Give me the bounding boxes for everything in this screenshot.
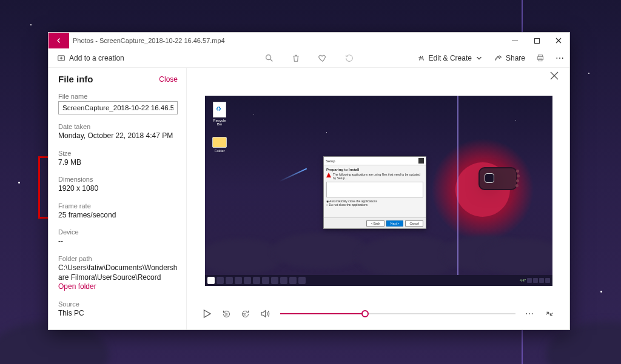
dialog-heading: Preparing to Install (326, 168, 423, 171)
more-options-button[interactable]: ⋯ (556, 53, 565, 63)
dialog-title: Setup (326, 159, 335, 163)
field-date-taken: Date taken Monday, ‎October ‎22, ‎2018 4… (58, 123, 178, 141)
volume-button[interactable] (260, 308, 270, 319)
skip-back-seconds: 10 (224, 313, 228, 316)
field-size: Size 7.9 MB (58, 150, 178, 168)
playback-more-button[interactable]: ⋯ (525, 309, 534, 319)
skip-forward-button[interactable]: 30 (241, 309, 250, 319)
device-value: -- (58, 237, 178, 247)
field-filename: File name (58, 93, 178, 114)
toolbar-right: Edit & Create Share ⋯ (417, 53, 565, 63)
delete-icon[interactable] (291, 53, 301, 63)
favorite-icon[interactable] (318, 53, 327, 63)
recycle-bin-label: Recycle Bin (211, 119, 228, 126)
source-label: Source (58, 300, 178, 308)
field-folder-path: Folder path C:\Users\fatiw\Documents\Won… (58, 255, 178, 292)
field-device: Device -- (58, 228, 178, 247)
video-taskbar: 4:47 (205, 275, 552, 286)
skip-fwd-seconds: 30 (243, 313, 246, 316)
edit-create-button[interactable]: Edit & Create (417, 54, 483, 62)
folder-icon: Folder (211, 137, 228, 153)
field-frame-rate: Frame rate 25 frames/second (58, 202, 178, 220)
play-button[interactable] (201, 308, 212, 319)
video-frame[interactable]: Recycle Bin Folder Setup Preparing to In… (205, 96, 552, 286)
field-dimensions: Dimensions 1920 x 1080 (58, 176, 178, 194)
titlebar: Photos - ScreenCapture_2018-10-22 16.46.… (49, 33, 569, 48)
open-folder-link[interactable]: Open folder (58, 282, 178, 292)
dialog-next-button: Next > (386, 220, 404, 227)
window-title: Photos - ScreenCapture_2018-10-22 16.46.… (73, 37, 504, 44)
rotate-icon[interactable] (344, 53, 354, 63)
device-label: Device (58, 228, 178, 236)
svg-point-3 (266, 55, 270, 59)
toolbar-center-icons (264, 53, 354, 63)
date-taken-label: Date taken (58, 123, 178, 130)
filename-input[interactable] (58, 101, 178, 114)
filename-label: File name (58, 93, 178, 100)
video-installer-dialog: Setup Preparing to Install The following… (323, 156, 426, 229)
print-button[interactable] (536, 54, 545, 62)
dimensions-label: Dimensions (58, 176, 178, 183)
minimize-button[interactable] (504, 33, 526, 48)
share-button[interactable]: Share (494, 54, 525, 62)
back-button[interactable] (49, 33, 69, 48)
file-info-title: File info (58, 74, 159, 84)
size-value: 7.9 MB (58, 158, 178, 168)
toolbar: Add to a creation Edit & Create (49, 48, 569, 68)
size-label: Size (58, 150, 178, 157)
svg-rect-0 (512, 41, 518, 41)
progress-slider[interactable] (280, 313, 515, 314)
frame-rate-label: Frame rate (58, 202, 178, 210)
dimensions-value: 1920 x 1080 (58, 184, 178, 194)
share-label: Share (506, 54, 525, 62)
field-source: Source This PC (58, 300, 178, 319)
zoom-icon[interactable] (264, 53, 274, 63)
video-playhead-line (457, 96, 458, 286)
maximize-button[interactable] (526, 33, 548, 48)
progress-filled (280, 313, 365, 314)
app-body: File info Close File name Date taken Mon… (49, 68, 569, 329)
file-info-panel: File info Close File name Date taken Mon… (49, 68, 187, 329)
video-desktop-icons: Recycle Bin Folder (211, 102, 228, 153)
folder-label: Folder (211, 149, 228, 153)
progress-thumb[interactable] (361, 310, 369, 317)
folder-path-label: Folder path (58, 255, 178, 262)
date-taken-value: Monday, ‎October ‎22, ‎2018 4:47 PM (58, 131, 178, 141)
file-info-close-link[interactable]: Close (159, 75, 178, 84)
svg-rect-1 (534, 38, 539, 43)
svg-rect-6 (539, 59, 542, 61)
source-value: This PC (58, 309, 178, 319)
add-to-creation-label: Add to a creation (69, 54, 124, 62)
folder-path-value: C:\Users\fatiw\Documents\Wondershare Fil… (58, 263, 178, 282)
close-preview-button[interactable] (550, 71, 559, 82)
close-window-button[interactable] (548, 33, 569, 48)
dialog-back-button: < Back (366, 220, 384, 227)
shooting-star-graphic (279, 168, 307, 182)
capsule-graphic (480, 168, 516, 189)
frame-rate-value: 25 frames/second (58, 211, 178, 220)
dialog-cancel-button: Cancel (405, 220, 423, 227)
edit-create-label: Edit & Create (429, 54, 472, 62)
playback-controls: 10 30 ⋯ (201, 302, 555, 326)
fullscreen-button[interactable] (544, 308, 555, 319)
preview-area: Recycle Bin Folder Setup Preparing to In… (187, 68, 569, 329)
recycle-bin-icon: Recycle Bin (211, 102, 228, 126)
skip-back-button[interactable]: 10 (222, 309, 231, 319)
add-to-creation-button[interactable]: Add to a creation (53, 53, 128, 64)
file-info-header: File info Close (58, 74, 178, 84)
photos-app-window: Photos - ScreenCapture_2018-10-22 16.46.… (48, 32, 570, 330)
